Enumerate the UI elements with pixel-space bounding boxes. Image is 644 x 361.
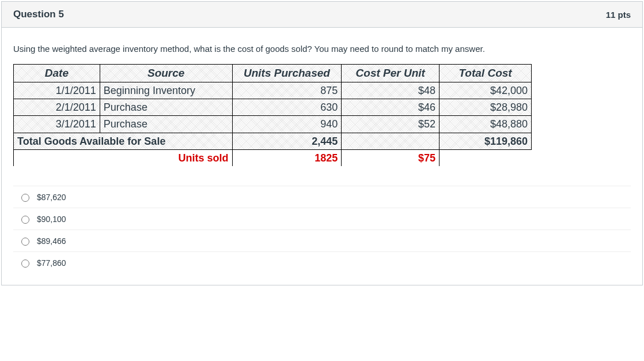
answer-option[interactable]: $89,466 <box>13 230 631 252</box>
col-header-units: Units Purchased <box>232 65 342 82</box>
answer-label: $77,860 <box>37 258 66 268</box>
cell-sold-cpu: $75 <box>342 149 440 166</box>
answer-radio[interactable] <box>21 194 29 202</box>
cell-sold-total <box>440 149 532 166</box>
cell-total: $48,880 <box>440 116 532 133</box>
question-prompt: Using the weighted average inventory met… <box>13 44 631 54</box>
table-header-row: Date Source Units Purchased Cost Per Uni… <box>14 65 532 82</box>
answer-label: $90,100 <box>37 215 66 224</box>
cell-cpu: $52 <box>342 116 440 133</box>
cell-source: Purchase <box>100 99 232 115</box>
cell-cpu: $46 <box>342 99 440 115</box>
cell-sold-units: 1825 <box>232 149 342 166</box>
col-header-cpu: Cost Per Unit <box>342 65 440 82</box>
col-header-date: Date <box>14 65 100 82</box>
question-points: 11 pts <box>606 10 631 20</box>
inventory-table: Date Source Units Purchased Cost Per Uni… <box>13 64 532 166</box>
answer-option[interactable]: $90,100 <box>13 208 631 230</box>
cell-units: 630 <box>232 99 342 115</box>
cell-date: 3/1/2011 <box>14 116 100 133</box>
table-total-row: Total Goods Available for Sale 2,445 $11… <box>14 133 532 149</box>
table-row: 2/1/2011 Purchase 630 $46 $28,980 <box>14 99 532 115</box>
answer-option[interactable]: $77,860 <box>13 252 631 273</box>
cell-total-cpu <box>342 133 440 149</box>
answer-radio[interactable] <box>21 238 29 246</box>
answer-radio[interactable] <box>21 216 29 224</box>
col-header-total: Total Cost <box>440 65 532 82</box>
question-card: Question 5 11 pts Using the weighted ave… <box>1 1 643 285</box>
inventory-table-wrap: Date Source Units Purchased Cost Per Uni… <box>13 64 631 166</box>
cell-total: $42,000 <box>440 82 532 99</box>
table-row: 3/1/2011 Purchase 940 $52 $48,880 <box>14 116 532 133</box>
cell-total-cost: $119,860 <box>440 133 532 149</box>
cell-source: Beginning Inventory <box>100 82 232 99</box>
answer-label: $87,620 <box>37 193 66 202</box>
cell-date: 2/1/2011 <box>14 99 100 115</box>
question-header: Question 5 11 pts <box>2 2 642 28</box>
cell-total: $28,980 <box>440 99 532 115</box>
answer-option[interactable]: $87,620 <box>13 186 631 208</box>
answer-options: $87,620 $90,100 $89,466 $77,860 <box>13 186 631 273</box>
cell-source: Purchase <box>100 116 232 133</box>
col-header-source: Source <box>100 65 232 82</box>
cell-units: 940 <box>232 116 342 133</box>
cell-units: 875 <box>232 82 342 99</box>
answer-label: $89,466 <box>37 236 66 246</box>
cell-total-units: 2,445 <box>232 133 342 149</box>
cell-cpu: $48 <box>342 82 440 99</box>
table-row: 1/1/2011 Beginning Inventory 875 $48 $42… <box>14 82 532 99</box>
answer-radio[interactable] <box>21 260 29 268</box>
cell-total-label: Total Goods Available for Sale <box>14 133 233 149</box>
cell-sold-label: Units sold <box>14 149 233 166</box>
question-body: Using the weighted average inventory met… <box>2 28 642 285</box>
table-sold-row: Units sold 1825 $75 <box>14 149 532 166</box>
question-title: Question 5 <box>13 9 64 20</box>
cell-date: 1/1/2011 <box>14 82 100 99</box>
